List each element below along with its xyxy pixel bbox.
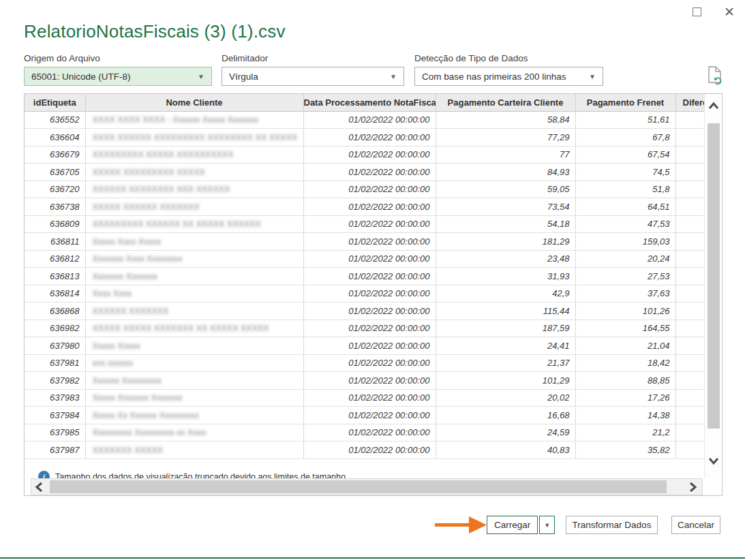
vertical-scrollbar[interactable]: [704, 94, 722, 478]
table-row[interactable]: 637982 Xxxxxx Xxxxxxxxx 01/02/2022 00:00…: [25, 372, 705, 390]
horizontal-scroll-thumb[interactable]: [50, 480, 667, 493]
cell-nome-cliente: Xxxxx Xxxxx: [85, 337, 303, 355]
cell-pagamento-carteira: 187,59: [436, 320, 575, 337]
load-button[interactable]: Carregar: [487, 516, 538, 534]
table-row[interactable]: 636738 XXXXX XXXXXX XXXXXXX 01/02/2022 0…: [25, 198, 705, 216]
annotation-arrow-icon: [435, 515, 488, 535]
cell-diferenca: [675, 146, 705, 164]
table-row[interactable]: 636604 XXXX XXXXXX XXXXXXXXX XXXXXXXX XX…: [25, 129, 705, 146]
cell-nome-cliente: XXXXXXX XXXXX: [85, 441, 303, 459]
table-row[interactable]: 637984 Xxxxx Xx Xxxxxx Xxxxxxxxx 01/02/2…: [25, 407, 705, 424]
column-header-idetiqueta[interactable]: idEtiqueta: [25, 94, 85, 111]
redacted-name: XXXXXX XXXXXXX: [93, 307, 169, 316]
table-row[interactable]: 636705 XXXXX XXXXXXXXX XXXXX 01/02/2022 …: [25, 164, 705, 181]
cell-data-processamento: 01/02/2022 00:00:00: [303, 215, 436, 233]
table-row[interactable]: 636552 XXXX XXXX XXXX - Xxxxxx Xxxxx Xxx…: [25, 111, 705, 129]
file-origin-group: Origem do Arquivo 65001: Unicode (UTF-8)…: [24, 53, 212, 86]
chevron-down-icon: ▼: [390, 73, 397, 80]
cell-nome-cliente: XXXXXX XXXXXXXX XXX XXXXXX: [85, 181, 303, 198]
table-row[interactable]: 636868 XXXXXX XXXXXXX 01/02/2022 00:00:0…: [25, 302, 705, 320]
table-row[interactable]: 636813 Xxxxxxx Xxxxxxx 01/02/2022 00:00:…: [25, 268, 705, 285]
cell-idetiqueta: 637981: [25, 354, 85, 372]
horizontal-scrollbar[interactable]: [31, 478, 703, 495]
table-row[interactable]: 637980 Xxxxx Xxxxx 01/02/2022 00:00:00 2…: [25, 337, 705, 355]
column-header-data-processamento[interactable]: Data Processamento NotaFiscal: [303, 94, 436, 111]
scroll-left-icon[interactable]: [33, 480, 46, 494]
cell-nome-cliente: XXXXX XXXXXXXXX XXXXX: [85, 164, 303, 181]
maximize-icon: [693, 7, 701, 16]
table-row[interactable]: 637981 xxx xxxxxx 01/02/2022 00:00:00 21…: [25, 354, 705, 372]
redacted-name: XXXXXXXXX XXXXXX XX XXXXX XXXXXX: [93, 219, 261, 229]
cell-pagamento-frenet: 35,82: [575, 441, 675, 459]
table-row[interactable]: 637983 Xxxxx Xxxxxxx Xxxxxxx 01/02/2022 …: [25, 389, 705, 407]
transform-data-button[interactable]: Transformar Dados: [566, 516, 658, 534]
column-header-pagamento-carteira[interactable]: Pagamento Carteira Cliente: [436, 94, 575, 111]
cell-diferenca: [675, 354, 705, 372]
table-row[interactable]: 636720 XXXXXX XXXXXXXX XXX XXXXXX 01/02/…: [25, 181, 705, 198]
cell-idetiqueta: 636813: [25, 268, 85, 285]
table-row[interactable]: 636812 Xxxxxxx Xxxx Xxxxxxxx 01/02/2022 …: [25, 250, 705, 268]
cell-diferenca: [675, 302, 705, 320]
cell-diferenca: [675, 268, 705, 285]
cell-data-processamento: 01/02/2022 00:00:00: [303, 424, 436, 441]
cell-data-processamento: 01/02/2022 00:00:00: [303, 389, 436, 407]
delimiter-group: Delimitador Vírgula ▼: [222, 53, 404, 86]
cell-nome-cliente: XXXXXXXXX XXXXXX XX XXXXX XXXXXX: [85, 215, 303, 233]
scroll-down-icon[interactable]: [707, 454, 720, 467]
load-dropdown-button[interactable]: ▼: [539, 516, 555, 534]
scroll-up-icon[interactable]: [707, 99, 720, 113]
redacted-name: XXXXXXX XXXXX: [93, 446, 164, 455]
cell-pagamento-frenet: 47,53: [575, 215, 675, 233]
cell-pagamento-carteira: 54,18: [436, 215, 575, 233]
cell-idetiqueta: 636868: [25, 302, 85, 320]
cell-idetiqueta: 636679: [25, 146, 85, 164]
dialog-accent-line: [0, 557, 745, 559]
cancel-button[interactable]: Cancelar: [671, 516, 720, 534]
cell-data-processamento: 01/02/2022 00:00:00: [303, 181, 436, 198]
column-header-nome-cliente[interactable]: Nome Cliente: [85, 94, 303, 111]
type-detection-label: Detecção de Tipo de Dados: [414, 53, 603, 63]
type-detection-select[interactable]: Com base nas primeiras 200 linhas ▼: [414, 67, 603, 86]
cell-pagamento-frenet: 51,8: [575, 181, 675, 198]
preview-table: idEtiqueta Nome Cliente Data Processamen…: [25, 94, 705, 459]
column-header-pagamento-frenet[interactable]: Pagamento Frenet: [575, 94, 675, 111]
table-row[interactable]: 636811 Xxxxx Xxxx Xxxxx 01/02/2022 00:00…: [25, 233, 705, 251]
refresh-preview-button[interactable]: [706, 65, 724, 86]
scroll-right-icon[interactable]: [686, 480, 699, 494]
vertical-scroll-thumb[interactable]: [708, 123, 720, 429]
table-row[interactable]: 636814 Xxxx Xxxx 01/02/2022 00:00:00 42,…: [25, 285, 705, 302]
cell-pagamento-carteira: 77,29: [436, 129, 575, 146]
cell-idetiqueta: 637983: [25, 389, 85, 407]
cell-data-processamento: 01/02/2022 00:00:00: [303, 320, 436, 337]
cell-pagamento-carteira: 24,59: [436, 424, 575, 441]
redacted-name: Xxxxx Xx Xxxxxx Xxxxxxxxx: [93, 411, 199, 420]
cell-pagamento-frenet: 74,5: [575, 164, 675, 181]
delimiter-select[interactable]: Vírgula ▼: [222, 67, 404, 86]
cell-pagamento-carteira: 115,44: [436, 302, 575, 320]
maximize-button[interactable]: [685, 3, 708, 20]
table-row[interactable]: 637987 XXXXXXX XXXXX 01/02/2022 00:00:00…: [25, 441, 705, 459]
cell-pagamento-carteira: 73,54: [436, 198, 575, 216]
close-button[interactable]: ✕: [718, 3, 741, 20]
cell-nome-cliente: XXXXXXXXX XXXXX XXXXXXXXXX: [85, 146, 303, 164]
redacted-name: xxx xxxxxx: [93, 358, 134, 368]
cell-data-processamento: 01/02/2022 00:00:00: [303, 372, 436, 390]
table-row[interactable]: 636809 XXXXXXXXX XXXXXX XX XXXXX XXXXXX …: [25, 215, 705, 233]
redacted-name: Xxxxx Xxxx Xxxxx: [93, 237, 162, 247]
redacted-name: Xxxxxx Xxxxxxxxx: [93, 376, 162, 386]
cell-pagamento-frenet: 21,2: [575, 424, 675, 441]
cell-idetiqueta: 636720: [25, 181, 85, 198]
table-row[interactable]: 636982 XXXXX XXXXX XXXXXXX XX XXXXX XXXX…: [25, 320, 705, 337]
cell-nome-cliente: Xxxxxx Xxxxxxxxx: [85, 372, 303, 390]
table-row[interactable]: 636679 XXXXXXXXX XXXXX XXXXXXXXXX 01/02/…: [25, 146, 705, 164]
column-header-diferenca[interactable]: Difere: [675, 94, 705, 111]
chevron-down-icon: ▼: [198, 73, 204, 80]
cell-nome-cliente: Xxxxxxx Xxxxxxx: [85, 268, 303, 285]
cell-nome-cliente: xxx xxxxxx: [85, 354, 303, 372]
file-origin-label: Origem do Arquivo: [24, 53, 212, 63]
table-row[interactable]: 637985 Xxxxxxxxx Xxxxxxxxx xx Xxxx 01/02…: [25, 424, 705, 441]
file-origin-select[interactable]: 65001: Unicode (UTF-8) ▼: [24, 67, 212, 86]
cell-pagamento-carteira: 21,37: [436, 354, 575, 372]
cell-nome-cliente: XXXXXX XXXXXXX: [85, 302, 303, 320]
redacted-name: Xxxxxxx Xxxxxxx: [93, 272, 157, 281]
